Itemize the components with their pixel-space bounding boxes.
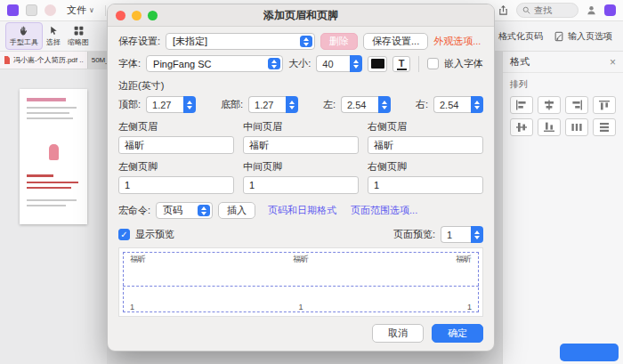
page-thumbnail[interactable] bbox=[20, 89, 87, 224]
app-logo-icon[interactable] bbox=[7, 4, 19, 16]
save-settings-button[interactable]: 保存设置... bbox=[363, 33, 428, 50]
center-header-input[interactable] bbox=[243, 136, 359, 154]
page-preview-area: 福昕 福昕 福昕 1 1 1 bbox=[118, 247, 483, 317]
user-icon[interactable] bbox=[586, 4, 597, 16]
margin-right-stepper[interactable]: 2.54 bbox=[433, 96, 483, 113]
stepper-arrows-icon[interactable] bbox=[286, 96, 298, 113]
document-tab-active[interactable]: 冯小惠-个人简历.pdf .. bbox=[0, 52, 87, 69]
page-number-date-format-link[interactable]: 页码和日期格式 bbox=[268, 204, 336, 217]
margin-left-stepper[interactable]: 2.54 bbox=[341, 96, 391, 113]
document-tab-inactive[interactable]: 50M_.. bbox=[87, 52, 107, 69]
hand-tool-label: 手型工具 bbox=[10, 37, 38, 47]
window-controls bbox=[116, 11, 158, 20]
search-box[interactable] bbox=[516, 3, 578, 18]
right-header-input[interactable] bbox=[368, 136, 483, 154]
close-icon[interactable]: × bbox=[610, 56, 616, 69]
align-center-horizontal-button[interactable] bbox=[538, 96, 561, 114]
margins-row: 顶部: 1.27 底部: 1.27 左: 2.54 bbox=[118, 96, 483, 113]
preview-header-center: 福昕 bbox=[293, 254, 309, 265]
search-input[interactable] bbox=[534, 5, 570, 15]
center-footer-label: 中间页脚 bbox=[243, 160, 359, 174]
close-window-button[interactable] bbox=[116, 11, 125, 20]
page-range-options-link[interactable]: 页面范围选项... bbox=[351, 204, 417, 217]
font-color-swatch[interactable] bbox=[368, 56, 387, 72]
arrange-section-label: 排列 bbox=[503, 73, 623, 93]
share-icon[interactable] bbox=[498, 4, 509, 16]
format-panel-header: 格式 × bbox=[503, 52, 623, 73]
ok-button[interactable]: 确定 bbox=[432, 324, 483, 343]
margin-right-group: 右: 2.54 bbox=[416, 96, 483, 113]
app-window: 文件 ∨ 主页 转换 编辑 bbox=[0, 0, 623, 364]
show-preview-label: 显示预览 bbox=[135, 228, 174, 241]
toolbar-right-items: 格式化页码 输入页选项 bbox=[484, 30, 618, 43]
show-preview-checkbox[interactable]: ✓ bbox=[118, 229, 130, 240]
document-tab-label: 冯小惠-个人简历.pdf .. bbox=[13, 55, 84, 65]
thumbnail-decor bbox=[27, 199, 77, 201]
margin-top-group: 顶部: 1.27 bbox=[118, 96, 196, 113]
thumbnail-decor bbox=[27, 174, 53, 177]
dialog-body: 保存设置: [未指定] 删除 保存设置... 外观选项... 字体: PingF… bbox=[108, 27, 494, 351]
margins-title: 边距(英寸) bbox=[118, 79, 483, 93]
embed-font-checkbox[interactable] bbox=[427, 58, 439, 69]
left-footer-input[interactable] bbox=[118, 176, 234, 194]
stepper-arrows-icon[interactable] bbox=[471, 96, 483, 113]
align-left-icon bbox=[515, 100, 528, 110]
page-preview-stepper[interactable]: 1 bbox=[441, 226, 483, 243]
select-tool-button[interactable]: 选择 bbox=[43, 23, 64, 49]
hand-tool-button[interactable]: 手型工具 bbox=[5, 22, 43, 50]
dialog-titlebar: 添加页眉和页脚 bbox=[108, 4, 494, 27]
header-labels-row: 左侧页眉 中间页眉 右侧页眉 bbox=[118, 120, 483, 133]
menubar-divider bbox=[105, 5, 106, 16]
margin-bottom-stepper[interactable]: 1.27 bbox=[248, 96, 298, 113]
stepper-arrows-icon[interactable] bbox=[350, 55, 362, 72]
zoom-window-button[interactable] bbox=[148, 11, 158, 20]
insert-button[interactable]: 插入 bbox=[218, 202, 255, 219]
page-preview-group: 页面预览: 1 bbox=[393, 226, 483, 243]
thumbnail-tool-button[interactable]: 缩略图 bbox=[64, 23, 93, 49]
font-select[interactable]: PingFang SC bbox=[146, 55, 283, 72]
page-input-options-button[interactable]: 输入页选项 bbox=[554, 30, 612, 43]
size-stepper[interactable]: 40 bbox=[316, 55, 362, 72]
save-settings-select[interactable]: [未指定] bbox=[166, 33, 315, 50]
distribute-vertical-button[interactable] bbox=[593, 118, 616, 136]
text-format-button[interactable]: T bbox=[392, 56, 410, 72]
margin-bottom-value: 1.27 bbox=[248, 96, 286, 113]
align-middle-button[interactable] bbox=[510, 118, 533, 136]
align-middle-icon bbox=[515, 122, 528, 133]
right-footer-input[interactable] bbox=[368, 176, 483, 194]
delete-button[interactable]: 删除 bbox=[320, 33, 358, 50]
stepper-arrows-icon[interactable] bbox=[378, 96, 391, 113]
distribute-vertical-icon bbox=[598, 122, 611, 133]
align-top-button[interactable] bbox=[593, 96, 616, 114]
minimize-window-button[interactable] bbox=[132, 11, 142, 20]
stepper-arrows-icon[interactable] bbox=[471, 226, 483, 243]
save-icon[interactable] bbox=[26, 4, 37, 16]
assistant-icon[interactable] bbox=[604, 4, 616, 16]
footer-inputs-row bbox=[118, 176, 483, 194]
left-header-input[interactable] bbox=[118, 136, 234, 154]
footer-labels-row: 左侧页脚 中间页脚 右侧页脚 bbox=[118, 160, 483, 174]
page-input-options-label: 输入页选项 bbox=[568, 30, 612, 43]
pdf-file-icon bbox=[4, 56, 11, 64]
stepper-arrows-icon[interactable] bbox=[183, 96, 196, 113]
select-arrows-icon bbox=[300, 36, 312, 47]
align-left-button[interactable] bbox=[510, 96, 533, 114]
panel-primary-button[interactable] bbox=[560, 344, 619, 361]
margin-top-label: 顶部: bbox=[118, 98, 141, 111]
page-preview-label: 页面预览: bbox=[393, 228, 435, 241]
cancel-button[interactable]: 取消 bbox=[372, 324, 424, 343]
center-footer-input[interactable] bbox=[243, 176, 359, 194]
menu-file[interactable]: 文件 ∨ bbox=[63, 2, 98, 19]
align-right-button[interactable] bbox=[565, 96, 588, 114]
appearance-options-link[interactable]: 外观选项... bbox=[433, 35, 481, 48]
macro-select[interactable]: 页码 bbox=[156, 202, 213, 219]
page-preview-value: 1 bbox=[441, 226, 471, 243]
undo-icon[interactable] bbox=[44, 4, 56, 16]
select-arrows-icon bbox=[198, 205, 210, 216]
align-bottom-button[interactable] bbox=[538, 118, 561, 136]
distribute-horizontal-button[interactable] bbox=[565, 118, 588, 136]
margin-top-stepper[interactable]: 1.27 bbox=[146, 96, 196, 113]
font-value: PingFang SC bbox=[153, 59, 211, 69]
center-header-label: 中间页眉 bbox=[243, 120, 359, 133]
document-tab-label: 50M_.. bbox=[92, 56, 107, 64]
